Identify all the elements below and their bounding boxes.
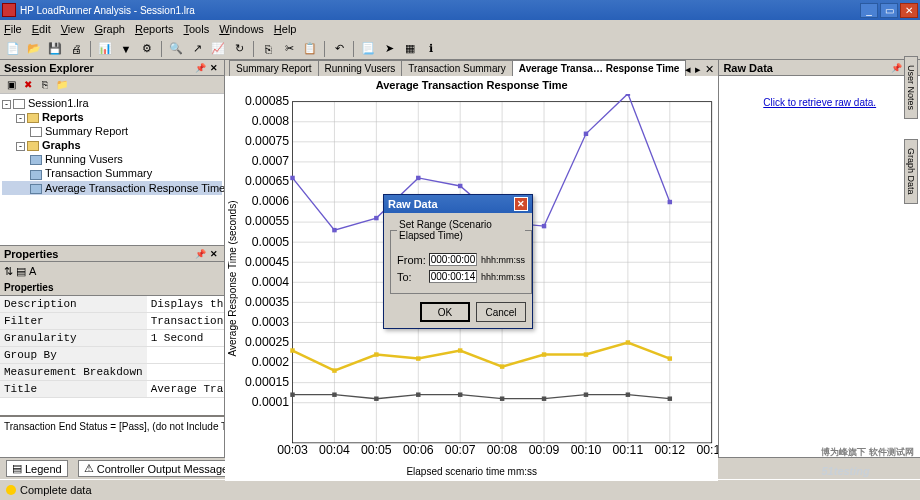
- refresh-icon[interactable]: ↻: [230, 40, 248, 58]
- graph-icon[interactable]: 📈: [209, 40, 227, 58]
- tab-summary[interactable]: Summary Report: [229, 60, 319, 76]
- arrow-icon[interactable]: ➤: [380, 40, 398, 58]
- graph-tabs: Summary Report Running Vusers Transactio…: [225, 60, 718, 76]
- pane-close-icon[interactable]: ✕: [208, 62, 220, 74]
- to-input[interactable]: [429, 270, 477, 283]
- props-alpha-icon[interactable]: A: [29, 265, 36, 277]
- pin-icon[interactable]: 📌: [194, 62, 206, 74]
- undo-icon[interactable]: ↶: [330, 40, 348, 58]
- menu-graph[interactable]: Graph: [94, 23, 125, 35]
- properties-grid[interactable]: Properties DescriptionDisplays the avera…: [0, 280, 224, 415]
- svg-rect-62: [584, 132, 588, 136]
- open-icon[interactable]: 📂: [25, 40, 43, 58]
- tool-icon[interactable]: ⚙: [138, 40, 156, 58]
- side-tab-user-notes[interactable]: User Notes: [904, 56, 918, 119]
- props-close-icon[interactable]: ✕: [208, 248, 220, 260]
- menu-windows[interactable]: Windows: [219, 23, 264, 35]
- filter-icon[interactable]: ▼: [117, 40, 135, 58]
- menu-edit[interactable]: Edit: [32, 23, 51, 35]
- tree-txn-summary[interactable]: Transaction Summary: [45, 167, 152, 179]
- menu-bar: File Edit View Graph Reports Tools Windo…: [0, 20, 920, 38]
- session-tree[interactable]: -Session1.lra -Reports Summary Report -G…: [0, 94, 224, 245]
- tree-copy-icon[interactable]: ⎘: [38, 78, 52, 92]
- svg-rect-72: [584, 352, 588, 356]
- retrieve-raw-data-link[interactable]: Click to retrieve raw data.: [763, 97, 876, 108]
- raw-data-header: Raw Data 📌 ✕: [719, 60, 920, 76]
- copy-icon[interactable]: ⎘: [259, 40, 277, 58]
- svg-rect-59: [458, 184, 462, 188]
- session-explorer-header: Session Explorer 📌 ✕: [0, 60, 224, 76]
- status-text: Complete data: [20, 484, 92, 496]
- chart-icon[interactable]: 📊: [96, 40, 114, 58]
- tab-next-icon[interactable]: ▸: [695, 63, 701, 76]
- cut-icon[interactable]: ✂: [280, 40, 298, 58]
- controller-output-tab[interactable]: ⚠Controller Output Messages: [78, 460, 240, 477]
- tree-del-icon[interactable]: ✖: [21, 78, 35, 92]
- svg-text:0.00045: 0.00045: [245, 255, 289, 269]
- tree-add-icon[interactable]: ▣: [4, 78, 18, 92]
- save-icon[interactable]: 💾: [46, 40, 64, 58]
- tab-vusers[interactable]: Running Vusers: [318, 60, 403, 76]
- new-icon[interactable]: 📄: [4, 40, 22, 58]
- tab-close-icon[interactable]: ✕: [705, 63, 714, 76]
- tree-reports[interactable]: Reports: [42, 111, 84, 123]
- raw-pin-icon[interactable]: 📌: [890, 62, 902, 74]
- info-icon[interactable]: ℹ: [422, 40, 440, 58]
- paste-icon[interactable]: 📋: [301, 40, 319, 58]
- svg-rect-67: [374, 352, 378, 356]
- menu-help[interactable]: Help: [274, 23, 297, 35]
- svg-text:00:10: 00:10: [571, 443, 602, 457]
- svg-rect-55: [290, 176, 294, 180]
- sheet-icon[interactable]: ▦: [401, 40, 419, 58]
- app-icon: [2, 3, 16, 17]
- svg-rect-61: [542, 224, 546, 228]
- menu-reports[interactable]: Reports: [135, 23, 174, 35]
- ok-button[interactable]: OK: [420, 302, 470, 322]
- svg-text:0.00055: 0.00055: [245, 214, 289, 228]
- to-label: To:: [397, 271, 425, 283]
- props-cat-icon[interactable]: ▤: [16, 265, 26, 278]
- cancel-button[interactable]: Cancel: [476, 302, 526, 322]
- side-tab-graph-data[interactable]: Graph Data: [904, 139, 918, 204]
- tab-avg[interactable]: Average Transa… Response Time: [512, 60, 687, 76]
- doc-icon[interactable]: 📃: [359, 40, 377, 58]
- tree-graphs[interactable]: Graphs: [42, 139, 81, 151]
- menu-view[interactable]: View: [61, 23, 85, 35]
- props-pin-icon[interactable]: 📌: [194, 248, 206, 260]
- status-bar: Complete data: [0, 479, 920, 499]
- properties-header: Properties 📌 ✕: [0, 246, 224, 262]
- svg-text:00:03: 00:03: [277, 443, 308, 457]
- minimize-button[interactable]: _: [860, 3, 878, 18]
- dialog-title: Raw Data: [388, 198, 438, 210]
- dialog-close-icon[interactable]: ✕: [514, 197, 528, 211]
- tab-txn[interactable]: Transaction Summary: [401, 60, 512, 76]
- tree-running-vusers[interactable]: Running Vusers: [45, 153, 123, 165]
- from-input[interactable]: [429, 253, 477, 266]
- props-sort-icon[interactable]: ⇅: [4, 265, 13, 278]
- tree-avg-txn-rt[interactable]: Average Transaction Response Time: [45, 182, 224, 194]
- menu-tools[interactable]: Tools: [184, 23, 210, 35]
- legend-tab[interactable]: ▤Legend: [6, 460, 68, 477]
- maximize-button[interactable]: ▭: [880, 3, 898, 18]
- print-icon[interactable]: 🖨: [67, 40, 85, 58]
- svg-rect-75: [290, 392, 294, 396]
- close-button[interactable]: ✕: [900, 3, 918, 18]
- svg-text:0.0006: 0.0006: [252, 194, 290, 208]
- menu-file[interactable]: File: [4, 23, 22, 35]
- dialog-legend: Set Range (Scenario Elapsed Time): [397, 219, 525, 241]
- tree-folder-icon[interactable]: 📁: [55, 78, 69, 92]
- tab-prev-icon[interactable]: ◂: [685, 63, 691, 76]
- raw-data-dialog: Raw Data ✕ Set Range (Scenario Elapsed T…: [383, 194, 533, 329]
- svg-text:0.00015: 0.00015: [245, 375, 289, 389]
- properties-title: Properties: [4, 248, 58, 260]
- svg-text:00:07: 00:07: [445, 443, 476, 457]
- toolbar: 📄 📂 💾 🖨 📊 ▼ ⚙ 🔍 ↗ 📈 ↻ ⎘ ✂ 📋 ↶ 📃 ➤ ▦ ℹ: [0, 38, 920, 60]
- svg-rect-56: [332, 228, 336, 232]
- tree-summary-report[interactable]: Summary Report: [45, 125, 128, 137]
- svg-text:00:12: 00:12: [654, 443, 685, 457]
- svg-rect-81: [542, 396, 546, 400]
- legend-icon: ▤: [12, 462, 22, 475]
- tree-root[interactable]: Session1.lra: [28, 97, 89, 109]
- zoom-icon[interactable]: 🔍: [167, 40, 185, 58]
- export-icon[interactable]: ↗: [188, 40, 206, 58]
